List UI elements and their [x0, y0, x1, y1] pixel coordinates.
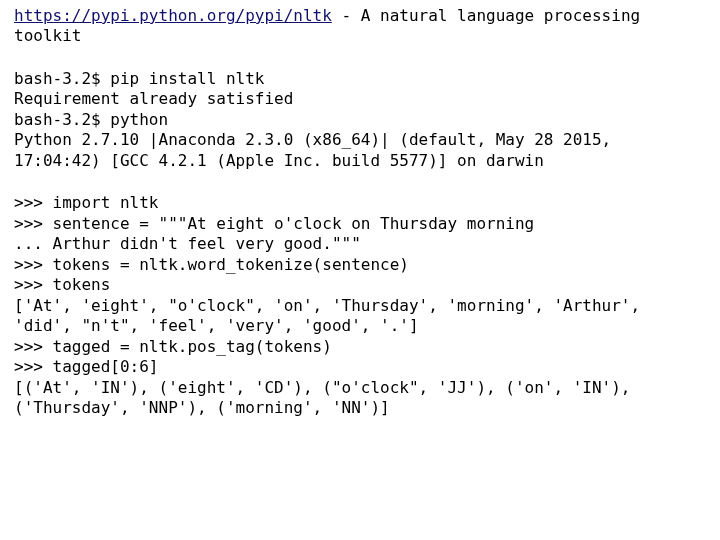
shell-block: bash-3.2$ pip install nltk Requirement a…	[14, 69, 706, 171]
intro-block: https://pypi.python.org/pypi/nltk - A na…	[14, 6, 706, 47]
repl-block: >>> import nltk >>> sentence = """At eig…	[14, 193, 706, 418]
pypi-link[interactable]: https://pypi.python.org/pypi/nltk	[14, 6, 332, 25]
